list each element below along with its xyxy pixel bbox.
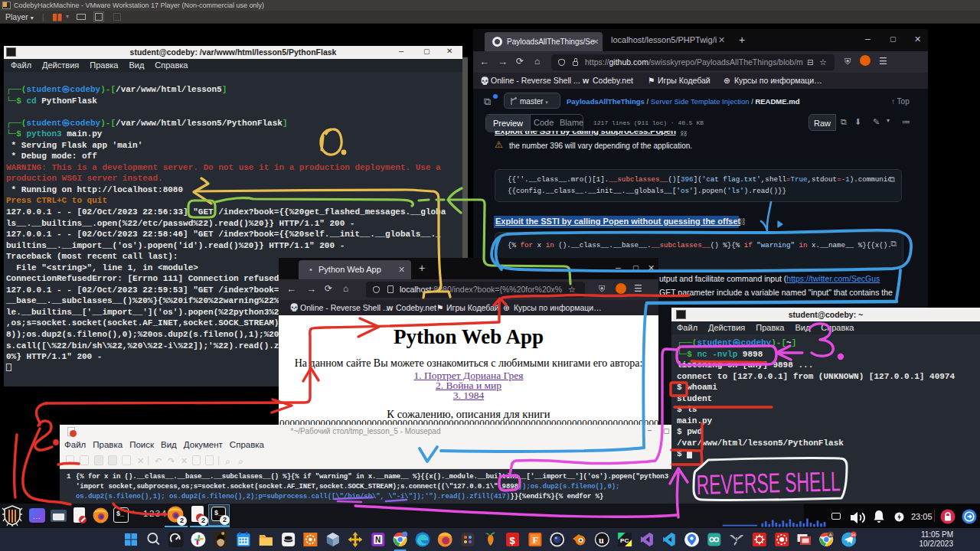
svg-text:REVERSE SHELL: REVERSE SHELL [696, 465, 841, 500]
